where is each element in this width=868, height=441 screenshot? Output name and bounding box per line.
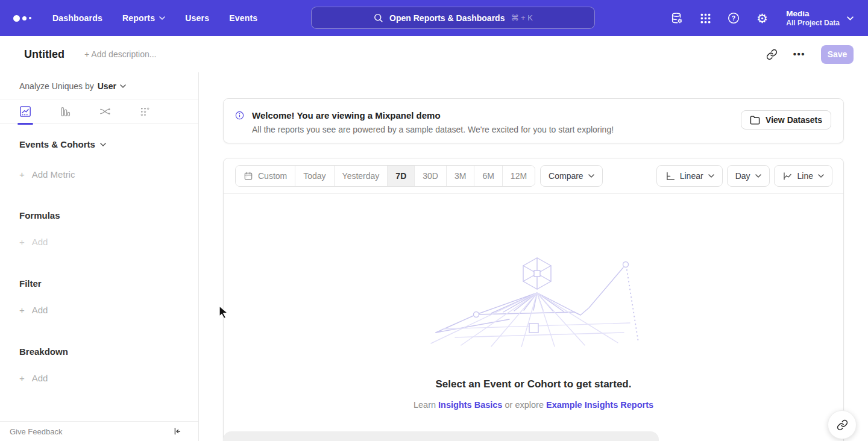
chart-display-controls: Linear Day Line <box>656 165 832 187</box>
view-datasets-button[interactable]: View Datasets <box>741 110 831 130</box>
give-feedback-link[interactable]: Give Feedback <box>10 427 62 436</box>
report-actions: ••• Save <box>766 45 854 64</box>
insights-chart-card: Custom Today Yesterday 7D 30D 3M 6M 12M … <box>223 158 844 441</box>
middle-text: or explore <box>502 400 546 410</box>
add-formula-label: Add <box>32 237 48 247</box>
collapse-sidebar-icon[interactable] <box>172 427 182 436</box>
example-insights-reports-link[interactable]: Example Insights Reports <box>546 400 653 410</box>
search-icon <box>373 13 383 23</box>
filter-title: Filter <box>19 278 198 289</box>
chart-type-dropdown[interactable]: Line <box>774 165 832 187</box>
add-metric-button[interactable]: + Add Metric <box>19 169 198 180</box>
analyze-value-dropdown[interactable]: User <box>98 81 126 91</box>
tab-insights-line-chart-icon[interactable] <box>19 105 31 117</box>
analyze-value: User <box>98 81 116 91</box>
plus-icon: + <box>19 305 25 315</box>
section-events-cohorts: Events & Cohorts + Add Metric <box>0 139 198 180</box>
next-card-peek <box>223 431 659 441</box>
empty-state-illustration <box>419 255 648 347</box>
nav-dashboards-label: Dashboards <box>52 13 102 23</box>
share-link-fab[interactable] <box>828 410 857 439</box>
report-description-placeholder[interactable]: + Add description... <box>84 49 156 59</box>
insights-basics-link[interactable]: Insights Basics <box>438 400 502 410</box>
range-30d[interactable]: 30D <box>414 166 446 186</box>
linear-axis-icon <box>665 171 675 181</box>
selected-tab-indicator <box>17 123 33 125</box>
range-yesterday[interactable]: Yesterday <box>334 166 388 186</box>
compare-dropdown[interactable]: Compare <box>540 165 603 187</box>
primary-nav: Dashboards Reports Users Events <box>52 13 257 23</box>
empty-state-title: Select an Event or Cohort to get started… <box>224 378 843 390</box>
tab-bar-chart-icon[interactable] <box>59 105 71 117</box>
range-12m-label: 12M <box>511 171 527 181</box>
chevron-down-icon <box>755 174 761 178</box>
mixpanel-app: Dashboards Reports Users Events Open Rep… <box>0 0 868 441</box>
add-metric-label: Add Metric <box>32 169 75 180</box>
global-search[interactable]: Open Reports & Dashboards ⌘ + K <box>311 7 595 29</box>
mixpanel-logo[interactable] <box>13 15 31 22</box>
section-breakdown: Breakdown + Add <box>0 346 198 383</box>
report-header: Untitled + Add description... ••• Save <box>0 36 868 72</box>
more-options-icon[interactable]: ••• <box>793 51 805 57</box>
add-filter-button[interactable]: + Add <box>19 305 198 315</box>
chevron-down-icon <box>120 84 126 88</box>
copy-link-icon[interactable] <box>766 49 778 60</box>
data-management-icon[interactable] <box>670 11 684 25</box>
nav-events-label: Events <box>229 13 257 23</box>
scale-dropdown[interactable]: Linear <box>656 165 723 187</box>
range-7d[interactable]: 7D <box>387 166 414 186</box>
range-3m[interactable]: 3M <box>446 166 474 186</box>
filter-label: Filter <box>19 278 42 289</box>
chevron-down-icon <box>708 174 714 178</box>
chevron-down-icon <box>100 143 106 146</box>
events-cohorts-title[interactable]: Events & Cohorts <box>19 139 198 149</box>
range-30d-label: 30D <box>423 171 438 181</box>
folder-icon <box>750 115 760 125</box>
nav-dashboards[interactable]: Dashboards <box>52 13 102 23</box>
sidebar-footer: Give Feedback <box>0 421 198 441</box>
add-breakdown-label: Add <box>32 373 48 383</box>
visualization-tabs <box>0 99 198 124</box>
tab-retention-grid-icon[interactable] <box>139 105 151 117</box>
range-6m[interactable]: 6M <box>474 166 502 186</box>
range-yesterday-label: Yesterday <box>342 171 380 181</box>
chevron-down-icon <box>588 174 594 178</box>
date-range-control: Custom Today Yesterday 7D 30D 3M 6M 12M <box>235 165 535 187</box>
chevron-down-icon <box>159 16 165 20</box>
nav-users[interactable]: Users <box>185 13 209 23</box>
logo-dot-medium <box>22 16 27 20</box>
section-filter: Filter + Add <box>0 278 198 315</box>
interval-label: Day <box>735 171 750 181</box>
range-custom[interactable]: Custom <box>236 166 295 186</box>
nav-users-label: Users <box>185 13 209 23</box>
chevron-down-icon <box>818 174 824 178</box>
learn-prefix: Learn <box>414 400 438 410</box>
link-icon <box>837 419 848 431</box>
formulas-title: Formulas <box>19 210 198 220</box>
settings-gear-icon[interactable]: ⚙ <box>755 11 769 25</box>
banner-title: Welcome! You are viewing a Mixpanel demo <box>252 110 614 121</box>
plus-icon: + <box>19 373 25 383</box>
save-button[interactable]: Save <box>821 45 854 64</box>
nav-events[interactable]: Events <box>229 13 257 23</box>
formulas-label: Formulas <box>19 210 60 220</box>
help-icon[interactable]: ? <box>727 11 740 25</box>
apps-grid-icon[interactable] <box>699 11 712 25</box>
line-chart-icon <box>782 171 793 181</box>
nav-reports[interactable]: Reports <box>122 13 165 23</box>
compare-label: Compare <box>549 171 583 181</box>
chevron-down-icon <box>847 16 854 20</box>
logo-dot-small <box>29 17 31 19</box>
report-title[interactable]: Untitled <box>24 48 64 61</box>
range-12m[interactable]: 12M <box>502 166 535 186</box>
project-selector[interactable]: Media All Project Data <box>786 8 854 28</box>
analyze-row: Analyze Uniques by User <box>0 72 198 91</box>
search-label: Open Reports & Dashboards <box>389 13 505 23</box>
add-breakdown-button[interactable]: + Add <box>19 373 198 383</box>
range-today[interactable]: Today <box>295 166 333 186</box>
project-scope: All Project Data <box>786 19 840 28</box>
interval-dropdown[interactable]: Day <box>727 165 770 187</box>
add-formula-button[interactable]: + Add <box>19 237 198 247</box>
welcome-banner: Welcome! You are viewing a Mixpanel demo… <box>223 98 844 143</box>
tab-flows-icon[interactable] <box>99 105 111 117</box>
